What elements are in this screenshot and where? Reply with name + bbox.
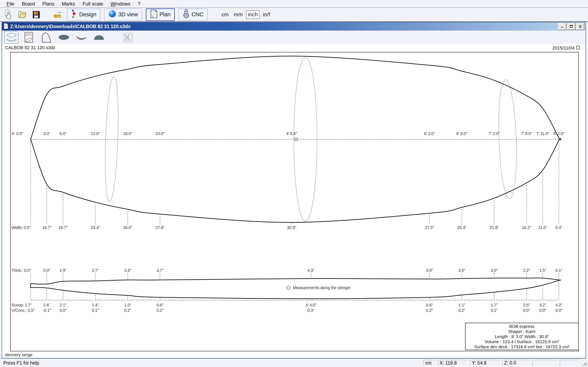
width-measurements-row: Width: 0.0"16.7"19.7"23.4"26.0"27.8"30.9… <box>11 225 562 230</box>
drawing-client-area: CALBOB 82 31 120.s3dx 2015/11/04 <box>2 44 586 358</box>
svg-text:0.0": 0.0" <box>523 308 530 313</box>
svg-text:2.7": 2.7" <box>92 268 99 273</box>
resize-grip[interactable] <box>581 360 587 366</box>
svg-text:0.0": 0.0" <box>555 308 562 313</box>
board-model: BOB express <box>466 324 578 329</box>
menu-help[interactable]: ? <box>134 1 144 7</box>
measure-tool-icon[interactable]: 1 0 <box>53 9 62 20</box>
svg-text:3.5": 3.5" <box>458 268 465 273</box>
3d-view-button[interactable]: 3D view <box>104 8 142 21</box>
plan-button[interactable]: Plan <box>146 8 175 21</box>
design-icon <box>71 9 77 20</box>
svg-text:0.0": 0.0" <box>539 308 546 313</box>
menu-file[interactable]: File <box>3 1 18 7</box>
svg-text:0.4": 0.4" <box>555 225 562 230</box>
svg-text:6' 8.0": 6' 8.0" <box>456 131 467 136</box>
open-file-icon[interactable] <box>17 9 27 20</box>
maximize-button[interactable] <box>567 23 575 30</box>
outline-views-icon[interactable] <box>4 31 18 44</box>
board-dimensions: Length : 8' 2.0" Width : 30.9" <box>466 334 578 339</box>
svg-text:-0.1": -0.1" <box>43 308 51 313</box>
unit-selector: cm mm inch in/f <box>219 10 272 19</box>
svg-text:X: 0.0": X: 0.0" <box>11 131 23 136</box>
svg-text:3.2": 3.2" <box>539 303 546 307</box>
svg-text:24.0": 24.0" <box>155 131 164 136</box>
svg-text:Width: 0.0": Width: 0.0" <box>11 225 31 230</box>
save-icon[interactable] <box>31 9 41 20</box>
svg-text:0.1": 0.1" <box>92 308 99 313</box>
svg-text:6.0": 6.0" <box>60 131 67 136</box>
svg-text:V/Conc.: 0.5": V/Conc.: 0.5" <box>11 308 35 313</box>
board-plan-canvas[interactable]: Measurements along the stringer X: 0.0"3… <box>10 52 579 351</box>
svg-text:12.0": 12.0" <box>91 131 100 136</box>
thickness-measurements-row: Thick.: 0.0"0.0"1.9"2.7"3.3"3.7"4.3"3.9"… <box>11 268 562 273</box>
svg-text:3.7": 3.7" <box>156 268 164 273</box>
section-solid-icon[interactable] <box>92 31 106 44</box>
cnc-button-label: CNC <box>191 11 204 18</box>
svg-text:0.1": 0.1" <box>555 268 562 273</box>
document-titlebar[interactable]: Z:\Users\dennery\Downloads\CALBOB 82 31 … <box>2 22 586 31</box>
svg-text:27.5": 27.5" <box>425 225 434 230</box>
plan-solid-icon[interactable] <box>57 31 71 44</box>
svg-text:27.8": 27.8" <box>155 225 164 230</box>
close-button[interactable] <box>576 23 584 30</box>
svg-text:2.2": 2.2" <box>523 268 530 273</box>
date-checkbox[interactable] <box>576 46 580 49</box>
svg-text:1 0: 1 0 <box>55 16 57 17</box>
svg-text:3.3": 3.3" <box>124 268 131 273</box>
spec-sheet-icon[interactable] <box>22 31 36 44</box>
status-empty-field-2 <box>560 360 579 366</box>
svg-text:0.1": 0.1" <box>491 308 498 313</box>
svg-text:7' 8.0": 7' 8.0" <box>521 131 532 136</box>
unit-inf[interactable]: in/f <box>261 11 272 18</box>
svg-text:Thick.: 0.0": Thick.: 0.0" <box>11 268 31 273</box>
scoop-measurements-row: Scoop: 2.7"2.6"2.1"1.4"1.0"0.6"4' 4.0"0.… <box>11 303 562 307</box>
svg-text:0.2": 0.2" <box>156 308 164 313</box>
svg-text:3.9": 3.9" <box>426 268 433 273</box>
unit-inch[interactable]: inch <box>246 10 260 19</box>
menu-plans[interactable]: Plans <box>39 1 58 7</box>
rocker-solid-icon[interactable] <box>74 31 89 44</box>
rocker-curve-icon[interactable] <box>39 31 53 44</box>
stringer-legend: Measurements along the stringer <box>287 285 351 290</box>
svg-text:16.7": 16.7" <box>42 225 52 230</box>
svg-text:0.6": 0.6" <box>156 303 164 307</box>
pointer-tool-icon[interactable] <box>4 9 13 20</box>
document-window: Z:\Users\dennery\Downloads\CALBOB 82 31 … <box>2 22 586 359</box>
svg-text:0.0": 0.0" <box>60 308 67 313</box>
user-signature: dennery serge <box>5 352 33 357</box>
menu-marks[interactable]: Marks <box>58 1 79 7</box>
center-marker[interactable] <box>294 138 298 141</box>
svg-text:23.4": 23.4" <box>91 225 100 230</box>
menu-windows[interactable]: Windows <box>107 1 134 7</box>
svg-text:16.2": 16.2" <box>522 225 531 230</box>
export-excel-icon[interactable] <box>121 31 135 44</box>
menu-full-scale[interactable]: Full scale <box>79 1 107 7</box>
svg-text:1.5": 1.5" <box>539 268 546 273</box>
main-toolbar: 1 0 Design 3D view <box>0 8 588 22</box>
svg-text:21.9": 21.9" <box>490 225 499 230</box>
minimize-button[interactable] <box>558 23 566 30</box>
3d-sphere-icon <box>108 10 116 19</box>
board-volume-surface: Volume : 123.4 l Surface : 16125.9 cm² <box>466 339 578 344</box>
svg-text:4.2": 4.2" <box>555 303 562 307</box>
vconcave-measurements-row: V/Conc.: 0.5"-0.1"0.0"0.1"0.2"0.2"0.3"0.… <box>11 308 562 313</box>
svg-text:7' 11.0": 7' 11.0" <box>536 131 549 136</box>
svg-text:Scoop: 2.7": Scoop: 2.7" <box>11 303 32 307</box>
unit-cm[interactable]: cm <box>219 11 231 18</box>
svg-text:4' 0.4": 4' 0.4" <box>286 131 297 136</box>
menu-board[interactable]: Board <box>18 1 39 7</box>
menu-bar: File Board Plans Marks Full scale Window… <box>0 0 588 8</box>
svg-text:Measurements along the stringe: Measurements along the stringer <box>293 285 351 290</box>
design-button[interactable]: Design <box>67 8 100 21</box>
document-name-label: CALBOB 82 31 120.s3dx <box>5 45 55 50</box>
x-measurements-row: X: 0.0"3.0"6.0"12.0"18.0"24.0"4' 0.4"6' … <box>11 131 564 136</box>
svg-text:2.5": 2.5" <box>523 303 530 307</box>
svg-text:7' 2.0": 7' 2.0" <box>489 131 500 136</box>
svg-text:3.0": 3.0" <box>491 268 498 273</box>
svg-text:1.1": 1.1" <box>458 303 465 307</box>
unit-mm[interactable]: mm <box>232 11 245 18</box>
plan-station-lines <box>31 141 559 225</box>
cnc-button[interactable]: CNC <box>178 8 208 21</box>
svg-text:2.6": 2.6" <box>43 303 50 307</box>
